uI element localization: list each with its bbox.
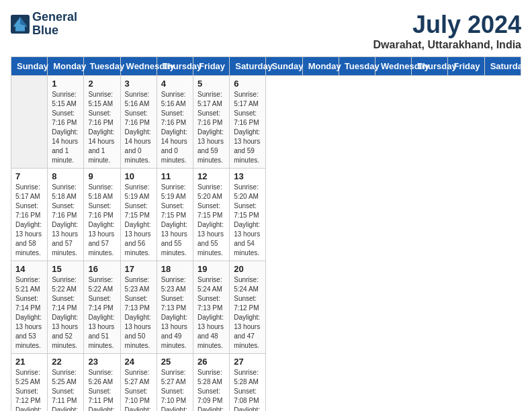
day-info: Sunrise: 5:24 AMSunset: 7:12 PMDaylight:… <box>234 275 261 351</box>
header-row: SundayMondayTuesdayWednesdayThursdayFrid… <box>11 57 521 76</box>
day-number: 27 <box>234 357 261 367</box>
day-number: 22 <box>52 357 79 367</box>
calendar-cell: 5Sunrise: 5:17 AMSunset: 7:16 PMDaylight… <box>193 76 230 169</box>
calendar-cell: 24Sunrise: 5:27 AMSunset: 7:10 PMDayligh… <box>120 354 157 412</box>
calendar-cell: 6Sunrise: 5:17 AMSunset: 7:16 PMDaylight… <box>230 76 266 169</box>
day-info: Sunrise: 5:16 AMSunset: 7:16 PMDaylight:… <box>161 90 189 165</box>
day-info: Sunrise: 5:17 AMSunset: 7:16 PMDaylight:… <box>15 183 43 258</box>
day-number: 15 <box>52 264 79 274</box>
day-info: Sunrise: 5:21 AMSunset: 7:14 PMDaylight:… <box>15 275 43 351</box>
calendar-cell: 18Sunrise: 5:23 AMSunset: 7:13 PMDayligh… <box>157 261 193 354</box>
day-number: 5 <box>197 79 225 89</box>
day-header-monday: Monday <box>48 57 84 76</box>
day-info: Sunrise: 5:22 AMSunset: 7:14 PMDaylight:… <box>88 275 116 351</box>
calendar-cell: 7Sunrise: 5:17 AMSunset: 7:16 PMDaylight… <box>11 169 48 261</box>
day-header-friday: Friday <box>193 57 230 76</box>
day-number: 3 <box>125 79 152 89</box>
calendar-cell: 4Sunrise: 5:16 AMSunset: 7:16 PMDaylight… <box>157 76 193 169</box>
day-info: Sunrise: 5:27 AMSunset: 7:10 PMDaylight:… <box>125 368 152 411</box>
day-info: Sunrise: 5:20 AMSunset: 7:15 PMDaylight:… <box>234 183 261 258</box>
day-number: 13 <box>234 171 261 181</box>
day-header-saturday: Saturday <box>484 57 521 76</box>
day-number: 10 <box>125 171 152 181</box>
day-number: 24 <box>125 357 152 367</box>
day-header-tuesday: Tuesday <box>339 57 375 76</box>
calendar-cell <box>11 76 48 169</box>
day-number: 16 <box>88 264 116 274</box>
calendar-cell: 20Sunrise: 5:24 AMSunset: 7:12 PMDayligh… <box>230 261 266 354</box>
month-title: July 2024 <box>373 11 522 39</box>
day-number: 12 <box>197 171 225 181</box>
calendar-cell: 11Sunrise: 5:19 AMSunset: 7:15 PMDayligh… <box>157 169 193 261</box>
calendar-cell: 10Sunrise: 5:19 AMSunset: 7:15 PMDayligh… <box>120 169 157 261</box>
calendar-cell: 27Sunrise: 5:28 AMSunset: 7:08 PMDayligh… <box>230 354 266 412</box>
day-info: Sunrise: 5:18 AMSunset: 7:16 PMDaylight:… <box>52 183 79 258</box>
calendar-cell: 2Sunrise: 5:15 AMSunset: 7:16 PMDaylight… <box>84 76 120 169</box>
title-area: July 2024 Dwarahat, Uttarakhand, India <box>373 11 522 51</box>
day-number: 14 <box>15 264 43 274</box>
logo-line1: General <box>32 11 77 24</box>
calendar-cell: 26Sunrise: 5:28 AMSunset: 7:09 PMDayligh… <box>193 354 230 412</box>
header: General Blue July 2024 Dwarahat, Uttarak… <box>11 11 521 51</box>
day-info: Sunrise: 5:27 AMSunset: 7:10 PMDaylight:… <box>161 368 189 411</box>
calendar-cell: 17Sunrise: 5:23 AMSunset: 7:13 PMDayligh… <box>120 261 157 354</box>
calendar-cell: 22Sunrise: 5:25 AMSunset: 7:11 PMDayligh… <box>48 354 84 412</box>
calendar-cell: 1Sunrise: 5:15 AMSunset: 7:16 PMDaylight… <box>48 76 84 169</box>
day-number: 6 <box>234 79 261 89</box>
calendar-cell: 23Sunrise: 5:26 AMSunset: 7:11 PMDayligh… <box>84 354 120 412</box>
week-row-2: 7Sunrise: 5:17 AMSunset: 7:16 PMDaylight… <box>11 169 521 261</box>
day-header-wednesday: Wednesday <box>375 57 412 76</box>
calendar-cell: 19Sunrise: 5:24 AMSunset: 7:13 PMDayligh… <box>193 261 230 354</box>
calendar-cell: 3Sunrise: 5:16 AMSunset: 7:16 PMDaylight… <box>120 76 157 169</box>
day-number: 20 <box>234 264 261 274</box>
calendar-cell: 12Sunrise: 5:20 AMSunset: 7:15 PMDayligh… <box>193 169 230 261</box>
logo-line2: Blue <box>32 24 77 38</box>
day-info: Sunrise: 5:25 AMSunset: 7:11 PMDaylight:… <box>52 368 79 411</box>
day-number: 2 <box>88 79 116 89</box>
week-row-4: 21Sunrise: 5:25 AMSunset: 7:12 PMDayligh… <box>11 354 521 412</box>
calendar-cell: 13Sunrise: 5:20 AMSunset: 7:15 PMDayligh… <box>230 169 266 261</box>
day-number: 21 <box>15 357 43 367</box>
logo-text: General Blue <box>32 11 77 38</box>
calendar-table: SundayMondayTuesdayWednesdayThursdayFrid… <box>11 56 521 411</box>
day-number: 8 <box>52 171 79 181</box>
day-info: Sunrise: 5:28 AMSunset: 7:08 PMDaylight:… <box>234 368 261 411</box>
day-info: Sunrise: 5:22 AMSunset: 7:14 PMDaylight:… <box>52 275 79 351</box>
day-number: 26 <box>197 357 225 367</box>
day-info: Sunrise: 5:17 AMSunset: 7:16 PMDaylight:… <box>234 90 261 165</box>
day-info: Sunrise: 5:28 AMSunset: 7:09 PMDaylight:… <box>197 368 225 411</box>
week-row-1: 1Sunrise: 5:15 AMSunset: 7:16 PMDaylight… <box>11 76 521 169</box>
day-number: 7 <box>15 171 43 181</box>
day-info: Sunrise: 5:18 AMSunset: 7:16 PMDaylight:… <box>88 183 116 258</box>
day-number: 17 <box>125 264 152 274</box>
day-number: 4 <box>161 79 189 89</box>
day-header-sunday: Sunday <box>11 57 48 76</box>
calendar-cell: 15Sunrise: 5:22 AMSunset: 7:14 PMDayligh… <box>48 261 84 354</box>
day-number: 25 <box>161 357 189 367</box>
day-info: Sunrise: 5:20 AMSunset: 7:15 PMDaylight:… <box>197 183 225 258</box>
day-header-saturday: Saturday <box>230 57 266 76</box>
day-info: Sunrise: 5:24 AMSunset: 7:13 PMDaylight:… <box>197 275 225 351</box>
calendar-cell: 8Sunrise: 5:18 AMSunset: 7:16 PMDaylight… <box>48 169 84 261</box>
day-info: Sunrise: 5:19 AMSunset: 7:15 PMDaylight:… <box>125 183 152 258</box>
day-number: 23 <box>88 357 116 367</box>
calendar-cell: 14Sunrise: 5:21 AMSunset: 7:14 PMDayligh… <box>11 261 48 354</box>
day-number: 1 <box>52 79 79 89</box>
day-info: Sunrise: 5:16 AMSunset: 7:16 PMDaylight:… <box>125 90 152 165</box>
day-number: 11 <box>161 171 189 181</box>
day-header-thursday: Thursday <box>157 57 193 76</box>
day-number: 19 <box>197 264 225 274</box>
calendar-cell: 21Sunrise: 5:25 AMSunset: 7:12 PMDayligh… <box>11 354 48 412</box>
day-info: Sunrise: 5:15 AMSunset: 7:16 PMDaylight:… <box>88 90 116 165</box>
day-number: 18 <box>161 264 189 274</box>
day-info: Sunrise: 5:15 AMSunset: 7:16 PMDaylight:… <box>52 90 79 165</box>
day-info: Sunrise: 5:25 AMSunset: 7:12 PMDaylight:… <box>15 368 43 411</box>
day-info: Sunrise: 5:19 AMSunset: 7:15 PMDaylight:… <box>161 183 189 258</box>
day-info: Sunrise: 5:26 AMSunset: 7:11 PMDaylight:… <box>88 368 116 411</box>
calendar-cell: 25Sunrise: 5:27 AMSunset: 7:10 PMDayligh… <box>157 354 193 412</box>
day-header-sunday: Sunday <box>266 57 302 76</box>
day-header-wednesday: Wednesday <box>120 57 157 76</box>
day-info: Sunrise: 5:17 AMSunset: 7:16 PMDaylight:… <box>197 90 225 165</box>
day-info: Sunrise: 5:23 AMSunset: 7:13 PMDaylight:… <box>125 275 152 351</box>
day-info: Sunrise: 5:23 AMSunset: 7:13 PMDaylight:… <box>161 275 189 351</box>
